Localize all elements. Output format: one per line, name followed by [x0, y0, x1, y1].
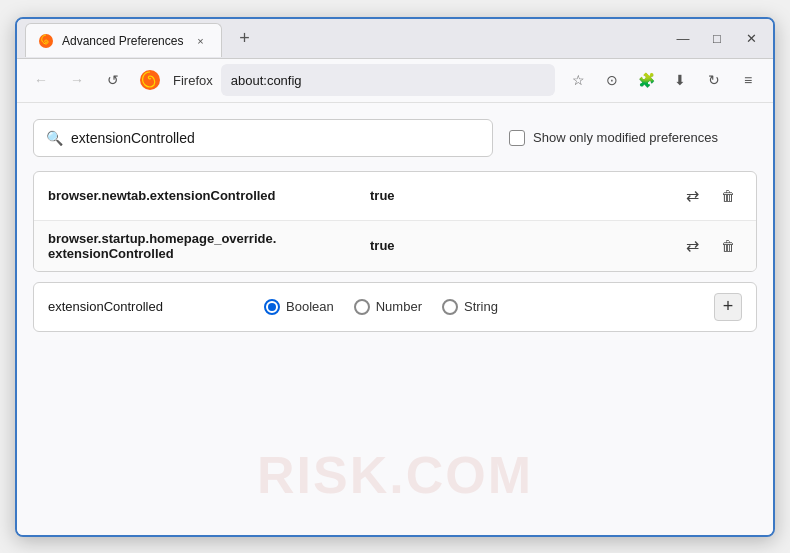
delete-pref-2-button[interactable]: 🗑 [714, 232, 742, 260]
pref-name-2-line2: extensionControlled [48, 246, 358, 261]
tab-close-button[interactable]: × [191, 32, 209, 50]
reset-pref-1-button[interactable]: ⇄ [678, 182, 706, 210]
forward-button[interactable]: → [63, 66, 91, 94]
delete-pref-1-button[interactable]: 🗑 [714, 182, 742, 210]
string-radio-button[interactable] [442, 299, 458, 315]
search-input[interactable] [71, 130, 480, 146]
title-bar: Advanced Preferences × + — □ ✕ [17, 19, 773, 59]
watermark: RISK.COM [257, 445, 533, 505]
browser-tab[interactable]: Advanced Preferences × [25, 23, 222, 57]
reset-icon: ⇄ [686, 186, 699, 205]
number-radio-label: Number [376, 299, 422, 314]
string-radio-item[interactable]: String [442, 299, 498, 315]
new-pref-name: extensionControlled [48, 299, 248, 314]
boolean-radio-label: Boolean [286, 299, 334, 314]
content-area: RISK.COM 🔍 Show only modified preference… [17, 103, 773, 535]
close-button[interactable]: ✕ [737, 24, 765, 52]
pref-name-2: browser.startup.homepage_override. exten… [48, 231, 358, 261]
add-preference-button[interactable]: + [714, 293, 742, 321]
boolean-radio-item[interactable]: Boolean [264, 299, 334, 315]
firefox-label: Firefox [173, 73, 213, 88]
new-tab-button[interactable]: + [230, 24, 258, 52]
trash-icon: 🗑 [721, 188, 735, 204]
tab-favicon-icon [38, 33, 54, 49]
show-modified-text: Show only modified preferences [533, 130, 718, 145]
maximize-button[interactable]: □ [703, 24, 731, 52]
boolean-radio-button[interactable] [264, 299, 280, 315]
pref-name-1: browser.newtab.extensionControlled [48, 188, 358, 203]
refresh-button[interactable]: ↺ [99, 66, 127, 94]
pref-actions-2: ⇄ 🗑 [678, 232, 742, 260]
string-radio-label: String [464, 299, 498, 314]
bookmark-button[interactable]: ☆ [563, 65, 593, 95]
menu-button[interactable]: ≡ [733, 65, 763, 95]
extension-button[interactable]: 🧩 [631, 65, 661, 95]
address-text: about:config [231, 73, 302, 88]
nav-bar: ← → ↺ Firefox about:config ☆ ⊙ 🧩 ⬇ ↻ ≡ [17, 59, 773, 103]
search-input-wrap: 🔍 [33, 119, 493, 157]
downloads-button[interactable]: ⬇ [665, 65, 695, 95]
reset-pref-2-button[interactable]: ⇄ [678, 232, 706, 260]
table-row: browser.startup.homepage_override. exten… [34, 221, 756, 271]
type-radio-group: Boolean Number String [264, 299, 698, 315]
pref-value-1: true [370, 188, 666, 203]
add-icon: + [723, 296, 734, 317]
nav-icons: ☆ ⊙ 🧩 ⬇ ↻ ≡ [563, 65, 763, 95]
firefox-logo-icon [139, 69, 161, 91]
show-modified-checkbox[interactable] [509, 130, 525, 146]
minimize-button[interactable]: — [669, 24, 697, 52]
back-button[interactable]: ← [27, 66, 55, 94]
trash-icon: 🗑 [721, 238, 735, 254]
address-bar[interactable]: about:config [221, 64, 555, 96]
table-row: browser.newtab.extensionControlled true … [34, 172, 756, 221]
search-icon: 🔍 [46, 130, 63, 146]
tab-title: Advanced Preferences [62, 34, 183, 48]
pref-actions-1: ⇄ 🗑 [678, 182, 742, 210]
svg-point-0 [39, 34, 53, 48]
search-bar: 🔍 Show only modified preferences [33, 119, 757, 157]
preferences-table: browser.newtab.extensionControlled true … [33, 171, 757, 272]
pocket-button[interactable]: ⊙ [597, 65, 627, 95]
pref-name-2-line1: browser.startup.homepage_override. [48, 231, 358, 246]
reset-icon: ⇄ [686, 236, 699, 255]
browser-window: Advanced Preferences × + — □ ✕ ← → ↺ Fir… [15, 17, 775, 537]
number-radio-button[interactable] [354, 299, 370, 315]
add-preference-row: extensionControlled Boolean Number Strin… [33, 282, 757, 332]
show-modified-label[interactable]: Show only modified preferences [509, 130, 718, 146]
pref-value-2: true [370, 238, 666, 253]
sync-button[interactable]: ↻ [699, 65, 729, 95]
window-controls: — □ ✕ [669, 24, 765, 52]
number-radio-item[interactable]: Number [354, 299, 422, 315]
